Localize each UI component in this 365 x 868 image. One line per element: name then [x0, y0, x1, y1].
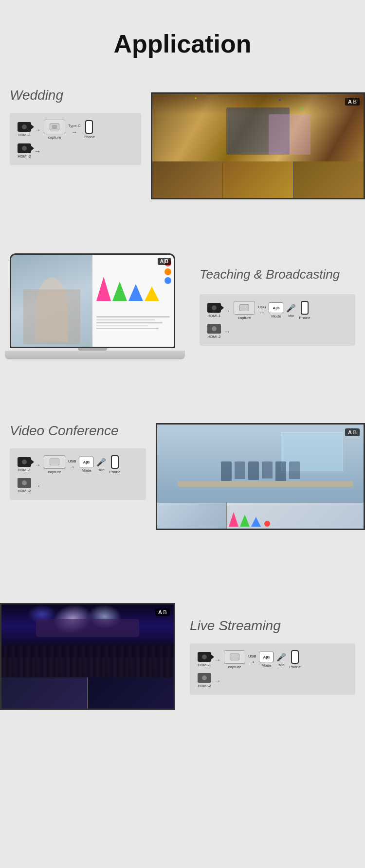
laptop-left-panel	[11, 255, 92, 347]
stream-mic-icon: 🎤	[276, 653, 286, 662]
page-title: Application	[0, 0, 365, 78]
triangle-green	[112, 282, 127, 301]
hdmi1-camera: HDMI-1	[18, 122, 31, 137]
conf-thumb-1	[157, 503, 226, 529]
laptop-right-panel	[92, 255, 174, 347]
conf-usb-label: USB →	[68, 459, 76, 470]
capture-inner	[50, 124, 59, 130]
teaching-mode: A|B Mode	[269, 302, 283, 319]
conf-mode: A|B Mode	[79, 457, 93, 473]
wedding-diagram-row2: HDMI-2 →	[18, 143, 133, 159]
stream-mode: A|B Mode	[259, 652, 274, 668]
ab-badge-laptop: A|B	[158, 258, 171, 265]
teaching-hdmi2-cam: HDMI-2	[207, 324, 221, 339]
wedding-label: Wedding	[10, 88, 141, 103]
ab-badge-conference: A B	[345, 428, 360, 436]
text-line-2	[96, 319, 155, 320]
stream-phone: Phone	[289, 650, 300, 669]
laptop-base	[5, 351, 185, 359]
teaching-arrow-1: →	[224, 307, 231, 314]
laptop-body: A|B	[10, 253, 175, 348]
stream-cam-1	[198, 652, 211, 662]
crowd-area	[1, 644, 174, 677]
camera-icon-1	[18, 122, 31, 132]
stream-arrow-2: →	[214, 677, 221, 684]
text-line-4	[96, 325, 148, 326]
stream-thumb-2	[88, 677, 174, 709]
streaming-bottom-panels	[1, 677, 174, 709]
camera-icon-2	[18, 143, 31, 153]
wedding-section: A B Wedding HDMI-1 →	[0, 78, 365, 199]
capture-device: capture	[44, 120, 65, 140]
conf-arrow-1: →	[34, 461, 41, 468]
conference-main-photo	[157, 425, 364, 503]
teaching-row1: HDMI-1 → capture USB → A|B Mode	[207, 301, 347, 320]
streaming-diagram: HDMI-1 → capture USB → A|B Mode	[190, 643, 355, 695]
whiteboard	[23, 289, 80, 344]
teaching-phone-icon	[301, 301, 309, 315]
cam-lens-2	[22, 146, 27, 151]
conf-mic: 🎤 Mic	[96, 458, 106, 472]
conf-cam-1	[18, 457, 31, 467]
streaming-label: Live Streaming	[190, 618, 355, 634]
teaching-hdmi1-cam: HDMI-1	[207, 303, 221, 318]
streaming-main-photo	[1, 604, 174, 677]
phone-item-wedding: Phone	[84, 120, 95, 139]
teaching-label: Teaching & Broadcasting	[200, 267, 355, 282]
conf-cam-2	[18, 478, 31, 488]
cam-lens-1	[22, 124, 27, 129]
wedding-image: A B	[151, 92, 365, 199]
conf-mic-icon: 🎤	[96, 458, 106, 467]
conference-bottom-panels	[157, 503, 364, 529]
teaching-row2: HDMI-2 →	[207, 324, 347, 339]
stream-capture-icon	[224, 650, 245, 664]
stream-mode-box: A|B	[259, 652, 274, 662]
conference-diagram: HDMI-1 → capture USB → A|B Mode	[10, 448, 146, 500]
stream-arrow-1: →	[214, 656, 221, 663]
stream-hdmi1-cam: HDMI-1	[198, 652, 211, 667]
conf-people	[167, 461, 353, 481]
triangle-pink	[96, 277, 111, 301]
conf-capture-icon	[44, 455, 65, 469]
hdmi2-camera: HDMI-2	[18, 143, 31, 159]
bottom-spacer	[0, 739, 365, 768]
wedding-diagram: HDMI-1 → capture Type-C →	[10, 113, 141, 165]
stream-mic: 🎤 Mic	[276, 653, 286, 667]
teaching-arrow-2: →	[224, 328, 231, 335]
wedding-left-panel: Wedding HDMI-1 →	[0, 78, 151, 180]
teaching-right-panel: Teaching & Broadcasting HDMI-1 → capture…	[185, 257, 365, 355]
teaching-usb-arrow: USB →	[258, 305, 266, 316]
text-line-1	[96, 316, 170, 318]
teaching-cam-2	[207, 324, 221, 334]
triangle-blue	[128, 284, 143, 301]
stream-cam-2	[198, 673, 211, 683]
teaching-mic: 🎤 Mic	[286, 303, 296, 318]
streaming-section: A B Live Streaming HDMI-1 → capture	[0, 588, 365, 725]
ab-badge-streaming: A B	[155, 608, 170, 616]
crowd-front	[1, 657, 174, 677]
teaching-capture-inner	[239, 304, 249, 311]
conf-mini-chart	[227, 503, 364, 529]
phone-icon-wedding	[85, 120, 93, 134]
stream-diagram-row2: HDMI-2 →	[198, 673, 347, 688]
conf-capture: capture	[44, 455, 65, 474]
stream-diagram-row1: HDMI-1 → capture USB → A|B Mode	[198, 650, 347, 669]
conf-table	[178, 481, 353, 487]
conf-diagram-row2: HDMI-2 →	[18, 478, 138, 493]
capture-box-icon	[44, 120, 65, 134]
text-line-5	[96, 328, 159, 329]
stream-phone-icon	[291, 650, 299, 664]
conf-mode-box: A|B	[79, 457, 93, 467]
stream-hdmi2-cam: HDMI-2	[198, 673, 211, 688]
icon-orange	[164, 268, 171, 275]
teaching-phone: Phone	[299, 301, 310, 320]
teaching-capture: capture	[234, 301, 255, 320]
typec-arrow: Type-C →	[68, 124, 81, 136]
text-lines	[96, 303, 170, 343]
stage	[36, 619, 139, 637]
streaming-right-panel: Live Streaming HDMI-1 → capture USB	[175, 608, 365, 705]
teaching-section: A|B Teaching & Broadcasting HDMI-1 → cap…	[0, 233, 365, 379]
wedding-diagram-row1: HDMI-1 → capture Type-C →	[18, 120, 133, 140]
wedding-bottom-photos	[152, 161, 364, 198]
icon-blue	[164, 277, 171, 284]
